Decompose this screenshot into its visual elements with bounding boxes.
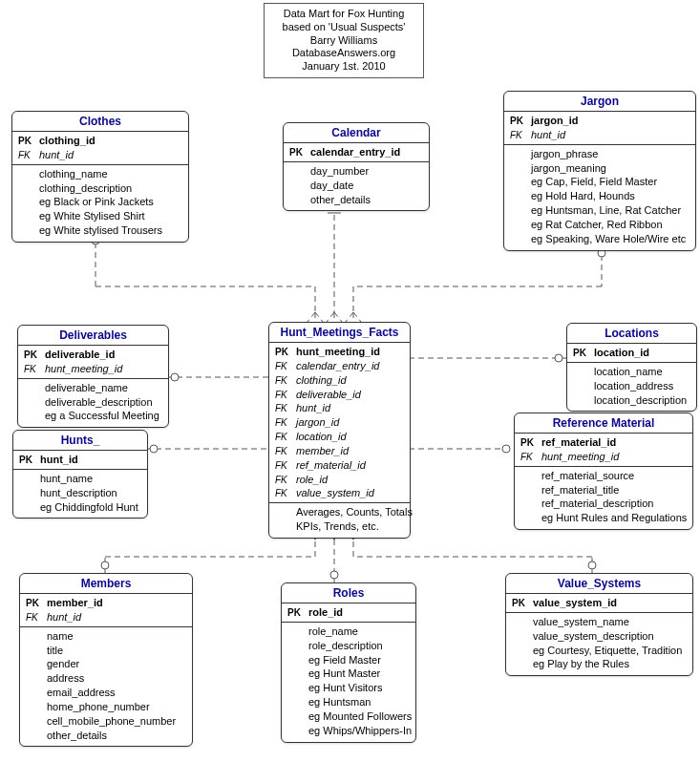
- field-name: title: [47, 644, 186, 658]
- field-row: PKmember_id: [20, 596, 192, 610]
- key-marker: FK: [275, 459, 296, 473]
- field-row: other_details: [20, 729, 192, 743]
- key-marker: FK: [275, 474, 296, 487]
- key-marker: FK: [275, 360, 296, 373]
- entity-body: PKcalendar_entry_idday_numberday_dateoth…: [284, 143, 429, 210]
- field-name: eg Hold Hard, Hounds: [531, 189, 689, 203]
- field-row: PKcalendar_entry_id: [284, 145, 429, 159]
- field-name: clothing_id: [39, 134, 182, 148]
- entity-deliverables: Deliverables PKdeliverable_idFKhunt_meet…: [17, 325, 169, 428]
- field-row: PKvalue_system_id: [506, 596, 692, 610]
- key-marker: FK: [275, 445, 296, 458]
- field-row: FKhunt_meeting_id: [18, 362, 168, 376]
- field-name: cell_mobile_phone_number: [47, 714, 186, 729]
- key-marker: FK: [510, 129, 531, 142]
- field-name: deliverable_id: [296, 388, 404, 402]
- field-row: other_details: [284, 193, 429, 207]
- field-name: ref_material_id: [541, 435, 687, 450]
- key-marker: FK: [520, 451, 541, 464]
- field-name: eg White stylised Trousers: [39, 223, 182, 238]
- entity-title: Jargon: [504, 92, 695, 112]
- field-name: jargon_meaning: [531, 161, 689, 176]
- field-name: hunt_meeting_id: [296, 345, 404, 359]
- entity-facts: Hunt_Meetings_Facts PKhunt_meeting_idFKc…: [268, 322, 411, 539]
- entity-valuesys: Value_Systems PKvalue_system_idvalue_sys…: [505, 573, 693, 676]
- key-marker: PK: [275, 346, 296, 359]
- entity-locations: Locations PKlocation_idlocation_nameloca…: [566, 323, 697, 412]
- field-row: eg White stylised Trousers: [12, 223, 188, 238]
- key-marker: FK: [275, 416, 296, 430]
- key-marker: PK: [18, 135, 39, 148]
- field-row: address: [20, 671, 192, 686]
- field-name: address: [47, 671, 186, 686]
- field-name: other_details: [310, 193, 423, 207]
- svg-point-43: [150, 445, 158, 453]
- entity-hunts: Hunts_ PKhunt_idhunt_namehunt_descriptio…: [12, 430, 148, 519]
- field-row: FKcalendar_entry_id: [269, 359, 410, 373]
- entity-title: Roles: [282, 583, 415, 603]
- field-name: eg Hunt Rules and Regulations: [541, 511, 687, 525]
- key-marker: FK: [26, 611, 47, 624]
- field-name: eg Black or Pink Jackets: [39, 195, 182, 209]
- field-name: location_address: [594, 379, 690, 393]
- field-row: PKlocation_id: [567, 346, 696, 360]
- entity-body: PKclothing_idFKhunt_idclothing_namecloth…: [12, 132, 188, 242]
- field-name: eg Speaking, Ware Hole/Wire etc: [531, 232, 689, 246]
- field-row: FKrole_id: [269, 473, 410, 487]
- key-marker: PK: [520, 436, 541, 450]
- field-row: FKjargon_id: [269, 415, 410, 430]
- key-marker: PK: [512, 597, 533, 610]
- field-name: location_name: [594, 365, 690, 379]
- svg-line-0: [308, 312, 315, 322]
- field-name: eg Play by the Rules: [533, 657, 687, 671]
- key-marker: FK: [275, 374, 296, 388]
- field-row: eg Speaking, Ware Hole/Wire etc: [504, 232, 695, 246]
- field-name: eg Hunt Visitors: [308, 681, 410, 695]
- field-row: FKhunt_meeting_id: [515, 450, 692, 464]
- field-name: eg Whips/Whippers-In: [308, 724, 412, 738]
- key-marker: FK: [275, 431, 296, 444]
- entity-title: Deliverables: [18, 326, 168, 346]
- field-row: eg a Successful Meeting: [18, 409, 168, 423]
- field-row: eg Mounted Followers: [282, 709, 415, 724]
- field-name: hunt_id: [39, 148, 182, 162]
- field-row: FKlocation_id: [269, 430, 410, 444]
- field-name: eg a Successful Meeting: [45, 409, 162, 423]
- field-name: location_description: [594, 393, 690, 408]
- field-row: PKjargon_id: [504, 114, 695, 128]
- field-row: FKhunt_id: [504, 128, 695, 142]
- entity-title: Hunt_Meetings_Facts: [269, 323, 410, 343]
- key-marker: FK: [275, 487, 296, 500]
- entity-jargon: Jargon PKjargon_idFKhunt_idjargon_phrase…: [503, 91, 696, 251]
- field-row: FKhunt_id: [20, 610, 192, 624]
- key-marker: FK: [275, 402, 296, 415]
- svg-line-3: [327, 312, 334, 322]
- field-row: name: [20, 629, 192, 644]
- field-row: eg Rat Catcher, Red Ribbon: [504, 218, 695, 232]
- field-name: deliverable_id: [45, 348, 162, 362]
- field-row: deliverable_name: [18, 381, 168, 395]
- entity-body: PKlocation_idlocation_namelocation_addre…: [567, 344, 696, 411]
- field-name: role_name: [308, 624, 410, 639]
- field-name: hunt_id: [531, 128, 689, 142]
- field-row: jargon_phrase: [504, 147, 695, 161]
- field-row: eg Hunt Master: [282, 667, 415, 681]
- field-row: PKdeliverable_id: [18, 348, 168, 362]
- entity-body: PKref_material_idFKhunt_meeting_idref_ma…: [515, 434, 692, 529]
- entity-title: Calendar: [284, 123, 429, 143]
- field-name: value_system_id: [533, 596, 687, 610]
- field-name: KPIs, Trends, etc.: [296, 519, 404, 534]
- svg-line-5: [334, 312, 342, 322]
- field-name: jargon_phrase: [531, 147, 689, 161]
- field-name: hunt_id: [47, 610, 186, 624]
- field-name: eg Huntsman: [308, 695, 410, 709]
- key-marker: PK: [26, 597, 47, 610]
- field-row: eg Whips/Whippers-In: [282, 724, 415, 738]
- entity-title: Members: [20, 574, 192, 594]
- title-line: DatabaseAnswers.org: [272, 47, 415, 60]
- field-row: eg Courtesy, Etiquette, Tradition: [506, 644, 692, 658]
- svg-point-53: [330, 571, 338, 579]
- field-row: role_name: [282, 624, 415, 639]
- field-row: eg Play by the Rules: [506, 657, 692, 671]
- field-name: calendar_entry_id: [296, 359, 404, 373]
